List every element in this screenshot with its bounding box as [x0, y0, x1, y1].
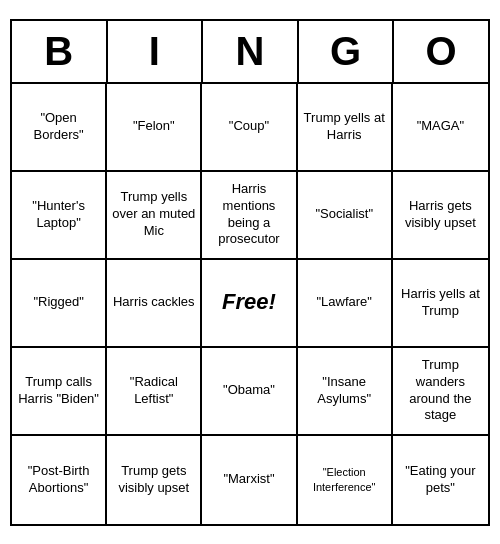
bingo-cell[interactable]: "Rigged" [12, 260, 107, 348]
bingo-cell[interactable]: "Eating your pets" [393, 436, 488, 524]
bingo-cell[interactable]: "Lawfare" [298, 260, 393, 348]
bingo-header-letter: B [12, 21, 108, 82]
bingo-cell[interactable]: Trump gets visibly upset [107, 436, 202, 524]
bingo-cell[interactable]: Trump yells over an muted Mic [107, 172, 202, 260]
bingo-cell[interactable]: "Open Borders" [12, 84, 107, 172]
bingo-cell[interactable]: "Felon" [107, 84, 202, 172]
bingo-grid: "Open Borders""Felon""Coup"Trump yells a… [12, 84, 488, 524]
bingo-header-letter: N [203, 21, 299, 82]
bingo-cell[interactable]: Harris gets visibly upset [393, 172, 488, 260]
bingo-header-letter: G [299, 21, 395, 82]
bingo-cell[interactable]: "Socialist" [298, 172, 393, 260]
bingo-cell[interactable]: "MAGA" [393, 84, 488, 172]
bingo-header-letter: O [394, 21, 488, 82]
bingo-cell[interactable]: Harris mentions being a prosecutor [202, 172, 297, 260]
bingo-header-letter: I [108, 21, 204, 82]
bingo-cell[interactable]: Harris yells at Trump [393, 260, 488, 348]
bingo-cell[interactable]: Harris cackles [107, 260, 202, 348]
bingo-header: BINGO [12, 21, 488, 84]
bingo-cell[interactable]: "Radical Leftist" [107, 348, 202, 436]
bingo-cell[interactable]: "Marxist" [202, 436, 297, 524]
bingo-card: BINGO "Open Borders""Felon""Coup"Trump y… [10, 19, 490, 526]
bingo-cell[interactable]: "Obama" [202, 348, 297, 436]
bingo-cell[interactable]: Trump yells at Harris [298, 84, 393, 172]
bingo-cell[interactable]: "Coup" [202, 84, 297, 172]
bingo-cell[interactable]: "Election Interference" [298, 436, 393, 524]
bingo-cell[interactable]: "Post-Birth Abortions" [12, 436, 107, 524]
bingo-cell[interactable]: Trump calls Harris "Biden" [12, 348, 107, 436]
bingo-cell[interactable]: Free! [202, 260, 297, 348]
bingo-cell[interactable]: Trump wanders around the stage [393, 348, 488, 436]
bingo-cell[interactable]: "Insane Asylums" [298, 348, 393, 436]
bingo-cell[interactable]: "Hunter's Laptop" [12, 172, 107, 260]
